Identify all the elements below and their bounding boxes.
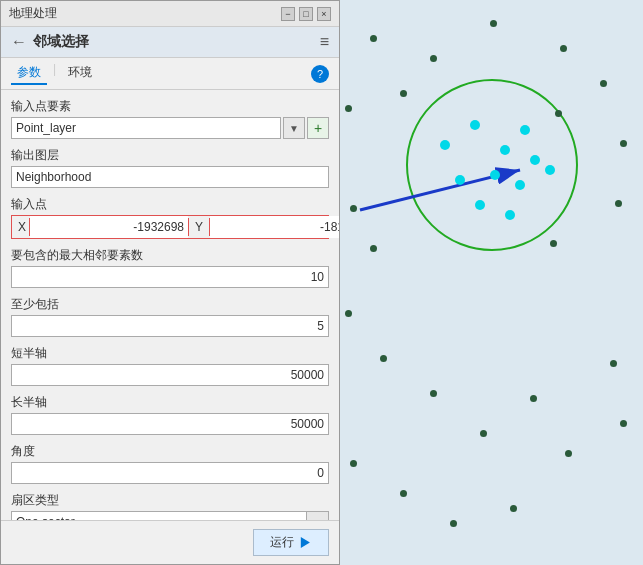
run-icon bbox=[298, 536, 312, 550]
input-point-group: 输入点 X Y bbox=[11, 196, 329, 239]
panel-header: ← 邻域选择 ≡ bbox=[1, 27, 339, 58]
input-layer-add[interactable]: + bbox=[307, 117, 329, 139]
back-button[interactable]: ← bbox=[11, 33, 27, 51]
dark-dot bbox=[380, 355, 387, 362]
dark-dot bbox=[400, 490, 407, 497]
x-input[interactable] bbox=[30, 216, 188, 238]
panel-body: 输入点要素 ▼ + 输出图层 输入点 X Y 要包含的最大相邻要素数 bbox=[1, 90, 339, 520]
minor-axis-input[interactable] bbox=[11, 364, 329, 386]
panel-footer: 运行 bbox=[1, 520, 339, 564]
dark-dot bbox=[350, 205, 357, 212]
min-include-row bbox=[11, 315, 329, 337]
titlebar: 地理处理 − □ × bbox=[1, 1, 339, 27]
tab-params[interactable]: 参数 bbox=[11, 62, 47, 85]
dark-dot bbox=[400, 90, 407, 97]
cyan-dot bbox=[455, 175, 465, 185]
sector-type-select[interactable]: One sectorFour sectorsEight sectors bbox=[11, 511, 307, 520]
sector-type-group: 扇区类型 One sectorFour sectorsEight sectors… bbox=[11, 492, 329, 520]
input-layer-input[interactable] bbox=[11, 117, 281, 139]
run-label: 运行 bbox=[270, 534, 294, 551]
restore-button[interactable]: □ bbox=[299, 7, 313, 21]
angle-group: 角度 bbox=[11, 443, 329, 484]
minimize-button[interactable]: − bbox=[281, 7, 295, 21]
tab-env[interactable]: 环境 bbox=[62, 62, 98, 85]
max-neighbors-row bbox=[11, 266, 329, 288]
minor-axis-group: 短半轴 bbox=[11, 345, 329, 386]
cyan-dot bbox=[440, 140, 450, 150]
tab-separator: | bbox=[53, 62, 56, 85]
angle-label: 角度 bbox=[11, 443, 329, 460]
max-neighbors-input[interactable] bbox=[11, 266, 329, 288]
input-point-label: 输入点 bbox=[11, 196, 329, 213]
dark-dot bbox=[600, 80, 607, 87]
min-include-label: 至少包括 bbox=[11, 296, 329, 313]
cyan-dot bbox=[515, 180, 525, 190]
angle-input[interactable] bbox=[11, 462, 329, 484]
dark-dot bbox=[430, 55, 437, 62]
dark-dot bbox=[345, 310, 352, 317]
dark-dot bbox=[615, 200, 622, 207]
menu-icon[interactable]: ≡ bbox=[320, 33, 329, 51]
panel-title: 邻域选择 bbox=[33, 33, 89, 51]
input-layer-label: 输入点要素 bbox=[11, 98, 329, 115]
dark-dot bbox=[620, 140, 627, 147]
close-button[interactable]: × bbox=[317, 7, 331, 21]
map-arrow-svg bbox=[340, 0, 643, 565]
y-label: Y bbox=[188, 218, 210, 236]
output-layer-label: 输出图层 bbox=[11, 147, 329, 164]
map-area bbox=[340, 0, 643, 565]
major-axis-row bbox=[11, 413, 329, 435]
cyan-dot bbox=[520, 125, 530, 135]
input-layer-row: ▼ + bbox=[11, 117, 329, 139]
min-include-group: 至少包括 bbox=[11, 296, 329, 337]
max-neighbors-label: 要包含的最大相邻要素数 bbox=[11, 247, 329, 264]
header-left: ← 邻域选择 bbox=[11, 33, 89, 51]
sector-type-arrow[interactable]: ▼ bbox=[307, 511, 329, 520]
dark-dot bbox=[560, 45, 567, 52]
cyan-dot bbox=[505, 210, 515, 220]
dark-dot bbox=[565, 450, 572, 457]
max-neighbors-group: 要包含的最大相邻要素数 bbox=[11, 247, 329, 288]
titlebar-controls: − □ × bbox=[281, 7, 331, 21]
y-input[interactable] bbox=[210, 216, 339, 238]
x-label: X bbox=[12, 218, 30, 236]
cyan-dot bbox=[530, 155, 540, 165]
major-axis-group: 长半轴 bbox=[11, 394, 329, 435]
major-axis-input[interactable] bbox=[11, 413, 329, 435]
dark-dot bbox=[370, 35, 377, 42]
cyan-dot bbox=[470, 120, 480, 130]
dark-dot bbox=[550, 240, 557, 247]
sector-type-label: 扇区类型 bbox=[11, 492, 329, 509]
dark-dot bbox=[450, 520, 457, 527]
panel: 地理处理 − □ × ← 邻域选择 ≡ 参数 | 环境 ? 输入点要素 ▼ bbox=[0, 0, 340, 565]
dark-dot bbox=[345, 105, 352, 112]
run-button[interactable]: 运行 bbox=[253, 529, 329, 556]
dark-dot bbox=[370, 245, 377, 252]
panel-tabs: 参数 | 环境 ? bbox=[1, 58, 339, 90]
dark-dot bbox=[555, 110, 562, 117]
input-layer-dropdown[interactable]: ▼ bbox=[283, 117, 305, 139]
dark-dot bbox=[610, 360, 617, 367]
cyan-dot bbox=[490, 170, 500, 180]
xy-row: X Y bbox=[11, 215, 329, 239]
dark-dot bbox=[490, 20, 497, 27]
dark-dot bbox=[430, 390, 437, 397]
dark-dot bbox=[530, 395, 537, 402]
min-include-input[interactable] bbox=[11, 315, 329, 337]
tabs-left: 参数 | 环境 bbox=[11, 62, 98, 85]
input-layer-group: 输入点要素 ▼ + bbox=[11, 98, 329, 139]
cyan-dot bbox=[475, 200, 485, 210]
dark-dot bbox=[480, 430, 487, 437]
angle-row bbox=[11, 462, 329, 484]
minor-axis-label: 短半轴 bbox=[11, 345, 329, 362]
sector-type-row: One sectorFour sectorsEight sectors ▼ bbox=[11, 511, 329, 520]
titlebar-title: 地理处理 bbox=[9, 5, 57, 22]
cyan-dot bbox=[500, 145, 510, 155]
cyan-dot bbox=[545, 165, 555, 175]
dark-dot bbox=[510, 505, 517, 512]
dark-dot bbox=[620, 420, 627, 427]
dark-dot bbox=[350, 460, 357, 467]
output-layer-input[interactable] bbox=[11, 166, 329, 188]
major-axis-label: 长半轴 bbox=[11, 394, 329, 411]
help-icon[interactable]: ? bbox=[311, 65, 329, 83]
